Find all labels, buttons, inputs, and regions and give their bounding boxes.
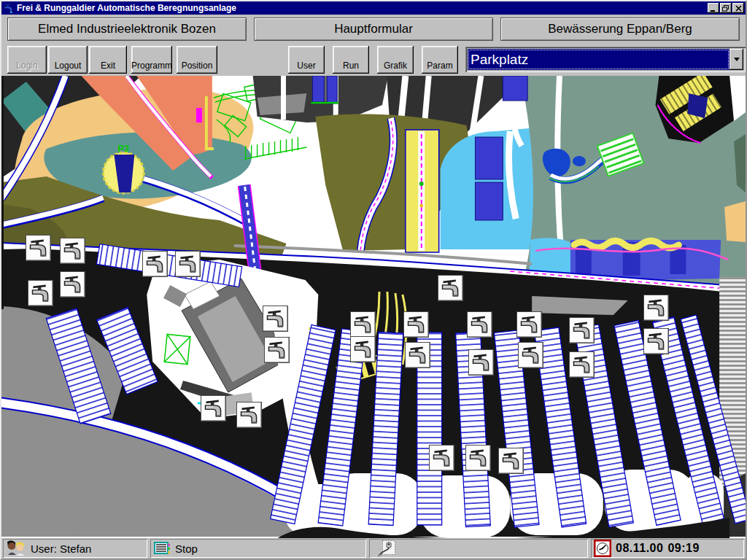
clock-icon bbox=[594, 540, 611, 557]
restore-button[interactable] bbox=[720, 3, 732, 13]
log-book-icon bbox=[153, 541, 171, 556]
app-faucet-icon bbox=[3, 3, 14, 13]
faucet-icon[interactable] bbox=[405, 342, 430, 368]
faucet-icon[interactable] bbox=[403, 311, 429, 338]
faucet-icon[interactable] bbox=[518, 342, 543, 368]
faucet-icon[interactable] bbox=[175, 251, 201, 277]
faucet-icon[interactable] bbox=[643, 328, 669, 354]
window-title: Frei & Runggaldier Automatische Beregnun… bbox=[17, 3, 707, 13]
param-button[interactable]: Param bbox=[422, 46, 458, 74]
faucet-icon[interactable] bbox=[236, 402, 262, 428]
programm-button[interactable]: Programm bbox=[131, 46, 172, 74]
company-panel: Elmed Industrieelektronik Bozen bbox=[7, 18, 247, 41]
faucet-icon[interactable] bbox=[467, 311, 492, 338]
date-text: 08.11.00 bbox=[616, 542, 663, 555]
faucet-icon[interactable] bbox=[468, 349, 494, 376]
user-status-panel: User: Stefan bbox=[3, 539, 147, 558]
mode-status-text: Stop bbox=[175, 542, 198, 555]
faucet-icon[interactable] bbox=[438, 275, 463, 301]
faucet-icon[interactable] bbox=[350, 336, 376, 362]
faucet-icon[interactable] bbox=[263, 306, 288, 332]
zone-select-value[interactable]: Parkplatz bbox=[468, 49, 729, 70]
exit-button[interactable]: Exit bbox=[89, 46, 127, 74]
faucet-icon[interactable] bbox=[201, 395, 226, 421]
faucet-icon[interactable] bbox=[569, 351, 595, 378]
chevron-down-icon bbox=[734, 58, 740, 61]
faucet-icon[interactable] bbox=[26, 235, 51, 261]
header-bar: Elmed Industrieelektronik Bozen Hauptfor… bbox=[1, 15, 746, 44]
faucet-icon[interactable] bbox=[60, 238, 85, 264]
project-panel: Bewässerung Eppan/Berg bbox=[500, 18, 740, 41]
app-window: Frei & Runggaldier Automatische Beregnun… bbox=[0, 0, 747, 560]
users-icon bbox=[6, 540, 26, 556]
user-status-text: User: Stefan bbox=[31, 542, 91, 555]
faucet-layer bbox=[1, 76, 746, 538]
faucet-icon[interactable] bbox=[569, 317, 595, 343]
zone-select[interactable]: Parkplatz bbox=[465, 47, 746, 72]
grafik-button[interactable]: Grafik bbox=[377, 46, 414, 74]
status-bar: User: Stefan Stop bbox=[1, 538, 746, 559]
login-button[interactable]: Login bbox=[7, 46, 47, 74]
connection-status-panel bbox=[369, 539, 588, 558]
toolbar: Login Logout Exit Programm Position User… bbox=[1, 44, 746, 76]
site-map[interactable]: P3 bbox=[1, 76, 746, 538]
datetime-panel: 08.11.00 09:19 bbox=[591, 539, 744, 558]
time-text: 09:19 bbox=[667, 542, 699, 555]
faucet-icon[interactable] bbox=[465, 445, 491, 471]
faucet-icon[interactable] bbox=[429, 445, 454, 471]
faucet-icon[interactable] bbox=[264, 337, 290, 363]
position-button[interactable]: Position bbox=[177, 46, 217, 74]
run-button[interactable]: Run bbox=[333, 46, 369, 74]
logout-button[interactable]: Logout bbox=[48, 46, 88, 74]
faucet-icon[interactable] bbox=[516, 311, 542, 338]
close-button[interactable] bbox=[732, 3, 744, 13]
user-button[interactable]: User bbox=[288, 46, 325, 74]
zone-select-dropdown-button[interactable] bbox=[729, 49, 743, 70]
faucet-icon[interactable] bbox=[350, 311, 376, 338]
plug-icon bbox=[376, 540, 398, 557]
mode-status-panel: Stop bbox=[150, 539, 366, 558]
faucet-icon[interactable] bbox=[142, 251, 168, 277]
faucet-icon[interactable] bbox=[498, 448, 524, 474]
faucet-icon[interactable] bbox=[643, 295, 669, 321]
title-bar: Frei & Runggaldier Automatische Beregnun… bbox=[1, 1, 746, 15]
minimize-button[interactable] bbox=[708, 3, 719, 13]
faucet-icon[interactable] bbox=[28, 280, 53, 306]
form-title-panel: Hauptformular bbox=[254, 18, 493, 41]
faucet-icon[interactable] bbox=[60, 271, 85, 298]
